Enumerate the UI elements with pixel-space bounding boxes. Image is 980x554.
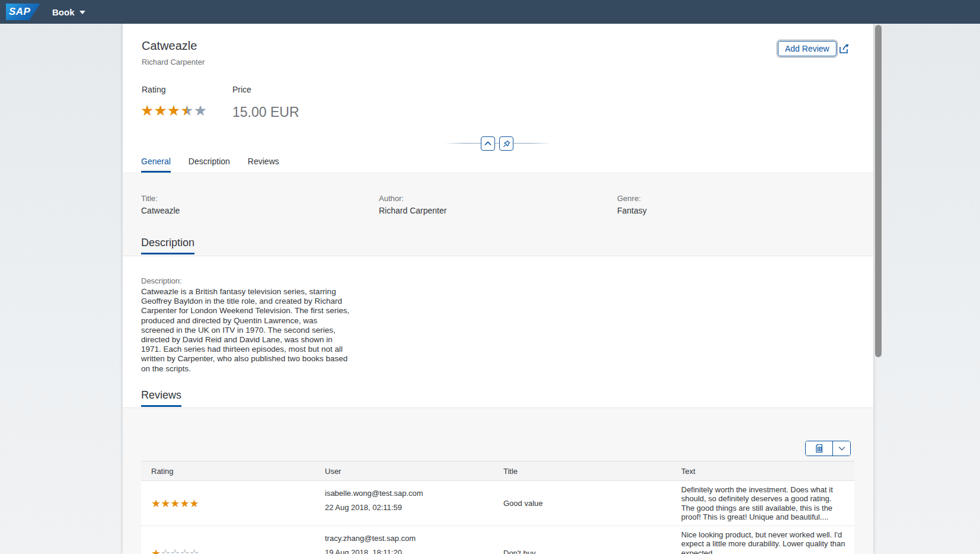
- share-icon: [838, 42, 851, 55]
- table-row[interactable]: ★★★★★ isabelle.wong@test.sap.com 22 Aug …: [141, 481, 854, 526]
- export-to-spreadsheet-button[interactable]: [806, 441, 833, 456]
- description-section-heading: Description: [141, 237, 194, 254]
- review-date: 19 Aug 2018, 18:11:20: [325, 548, 493, 554]
- sap-logo[interactable]: SAP: [6, 4, 40, 20]
- collapse-header-button[interactable]: [481, 136, 495, 151]
- anchor-tab-bar: General Description Reviews: [141, 151, 279, 173]
- page-subtitle: Richard Carpenter: [142, 58, 205, 66]
- description-field-label: Description:: [141, 276, 182, 285]
- review-text: Nice looking product, but never worked w…: [671, 526, 854, 554]
- tab-reviews[interactable]: Reviews: [248, 151, 279, 173]
- review-date: 22 Aug 2018, 02:11:59: [325, 503, 493, 512]
- object-page: Catweazle Richard Carpenter Add Review R…: [123, 24, 873, 554]
- reviews-section-heading: Reviews: [141, 389, 181, 407]
- description-text: Catweazle is a British fantasy televisio…: [141, 287, 350, 374]
- spreadsheet-export-icon: [814, 444, 825, 453]
- tab-general[interactable]: General: [141, 151, 171, 173]
- table-row[interactable]: ★☆☆☆☆ tracy.zhang@test.sap.com 19 Aug 20…: [141, 526, 854, 554]
- shell-bar: SAP Book: [0, 0, 980, 24]
- price-value: 15.00 EUR: [232, 104, 299, 120]
- page-title: Catweazle: [142, 39, 197, 53]
- row-rating-stars: ★★★★★: [151, 497, 199, 510]
- field-author-label: Author:: [379, 194, 592, 203]
- export-split-button: [805, 441, 851, 456]
- chevron-up-icon: [484, 141, 491, 146]
- field-title-value: Catweazle: [141, 206, 355, 215]
- vertical-scrollbar-thumb[interactable]: [875, 25, 882, 357]
- field-author-value: Richard Carpenter: [379, 206, 592, 215]
- sap-logo-text: SAP: [6, 6, 30, 18]
- review-title: Good value: [493, 481, 671, 526]
- rating-label: Rating: [142, 85, 165, 94]
- export-menu-button[interactable]: [833, 441, 850, 456]
- field-title-label: Title:: [141, 194, 355, 203]
- rating-stars: ★★★★★: [141, 102, 207, 119]
- reviewer-email: tracy.zhang@test.sap.com: [325, 534, 493, 543]
- row-rating-stars: ★☆☆☆☆: [151, 547, 199, 554]
- chevron-down-icon: [79, 11, 85, 14]
- review-text: Definitely worth the investment. Does wh…: [671, 481, 854, 526]
- reviews-table-header: Rating User Title Text: [141, 461, 854, 481]
- chevron-down-icon: [838, 446, 845, 451]
- field-title: Title: Catweazle: [141, 194, 355, 215]
- share-button[interactable]: [838, 42, 851, 55]
- field-genre-value: Fantasy: [617, 206, 831, 215]
- review-title: Don't buy: [493, 526, 671, 554]
- header-divider: [445, 136, 551, 151]
- app-title-label: Book: [52, 7, 75, 17]
- column-header-title[interactable]: Title: [493, 467, 671, 476]
- field-author: Author: Richard Carpenter: [379, 194, 592, 215]
- column-header-text[interactable]: Text: [671, 467, 854, 476]
- price-label: Price: [232, 85, 251, 94]
- column-header-rating[interactable]: Rating: [141, 467, 315, 476]
- pin-header-button[interactable]: [499, 136, 513, 151]
- reviewer-email: isabelle.wong@test.sap.com: [325, 489, 493, 498]
- header-divider-line: [445, 143, 551, 144]
- reviews-table: Rating User Title Text ★★★★★ isabelle.wo…: [141, 461, 854, 554]
- field-genre: Genre: Fantasy: [617, 194, 831, 215]
- field-genre-label: Genre:: [617, 194, 831, 203]
- app-title-menu[interactable]: Book: [52, 0, 85, 24]
- reviews-table-toolbar: [805, 441, 851, 456]
- pin-icon: [503, 140, 510, 148]
- column-header-user[interactable]: User: [315, 467, 493, 476]
- tab-description[interactable]: Description: [189, 151, 230, 173]
- add-review-button[interactable]: Add Review: [778, 41, 837, 56]
